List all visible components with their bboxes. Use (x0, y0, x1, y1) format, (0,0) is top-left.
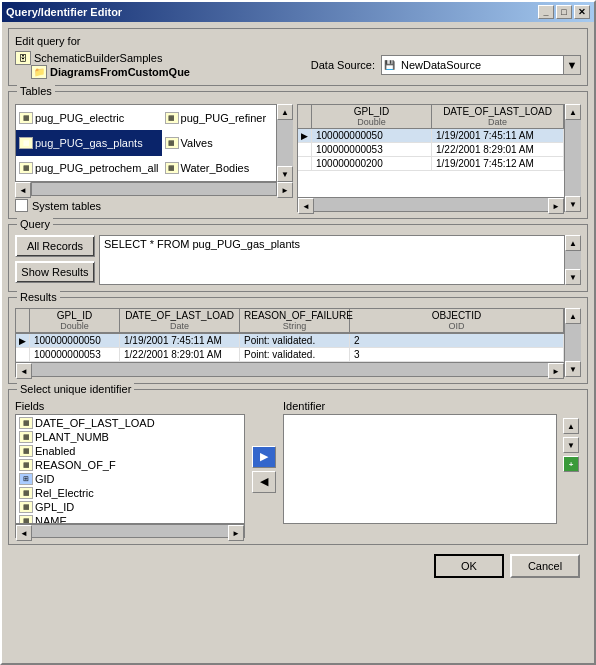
hscroll-left[interactable]: ◄ (16, 363, 32, 379)
scroll-up[interactable]: ▲ (565, 235, 581, 251)
folder-icon: 📁 (31, 65, 47, 79)
cell-reason-1: Point: validated. (240, 348, 350, 361)
table-item-gas[interactable]: ▦ pug_PUG_gas_plants (16, 130, 162, 155)
table-item-water[interactable]: ▦ Water_Bodies (162, 156, 276, 181)
hscroll-right[interactable]: ► (548, 363, 564, 379)
tables-grid-area: GPL_ID Double DATE_OF_LAST_LOAD Date ▶ 1… (297, 104, 581, 212)
field-gid[interactable]: ⊞ GID (17, 472, 243, 486)
cell-date-1: 1/22/2001 8:29:01 AM (432, 143, 564, 156)
scroll-down[interactable]: ▼ (565, 196, 581, 212)
identifier-up-button[interactable]: ▲ (563, 418, 579, 434)
field-plant-numb[interactable]: ▦ PLANT_NUMB (17, 430, 243, 444)
cell-gpl-2: 100000000200 (312, 157, 432, 170)
results-col-gpl-label: GPL_ID (34, 310, 115, 321)
scroll-up[interactable]: ▲ (277, 104, 293, 120)
field-date-of-last-load[interactable]: ▦ DATE_OF_LAST_LOAD (17, 416, 243, 430)
query-vscroll[interactable]: ▲ ▼ (565, 235, 581, 285)
hscroll-track (32, 363, 548, 376)
tree-parent: 🗄 SchematicBuilderSamples (15, 51, 190, 65)
datasource-combo[interactable]: 💾 NewDataSource ▼ (381, 55, 581, 75)
field-name: REASON_OF_F (35, 459, 116, 471)
grid-row-2[interactable]: 100000000200 1/19/2001 7:45:12 AM (298, 157, 564, 171)
hscroll-left[interactable]: ◄ (15, 182, 31, 198)
field-icon: ⊞ (19, 473, 33, 485)
scroll-track (565, 120, 581, 196)
scroll-up[interactable]: ▲ (565, 104, 581, 120)
results-col-objectid-sub: OID (354, 321, 559, 331)
cell-oid-0: 2 (350, 334, 564, 347)
results-hscroll[interactable]: ◄ ► (16, 362, 564, 376)
results-row-1[interactable]: 100000000053 1/22/2001 8:29:01 AM Point:… (16, 348, 564, 362)
results-grid: GPL_ID Double DATE_OF_LAST_LOAD Date REA… (15, 308, 565, 377)
cell-gpl-1: 100000000053 (312, 143, 432, 156)
fields-list: ▦ DATE_OF_LAST_LOAD ▦ PLANT_NUMB ▦ Enabl… (15, 414, 245, 524)
all-records-button[interactable]: All Records (15, 235, 95, 257)
field-icon: ▦ (19, 431, 33, 443)
hscroll-right[interactable]: ► (228, 525, 244, 541)
grid-indicator-header (298, 105, 312, 128)
datasource-dropdown-btn[interactable]: ▼ (563, 56, 580, 74)
scroll-down[interactable]: ▼ (277, 166, 293, 182)
scroll-track (565, 324, 581, 361)
close-button[interactable]: ✕ (574, 5, 590, 19)
results-col-reason-sub: String (244, 321, 345, 331)
scroll-track (565, 251, 581, 269)
grid-hscroll[interactable]: ◄ ► (298, 197, 564, 211)
cancel-button[interactable]: Cancel (510, 554, 580, 578)
hscroll-left[interactable]: ◄ (16, 525, 32, 541)
field-reason[interactable]: ▦ REASON_OF_F (17, 458, 243, 472)
results-col-gpl: GPL_ID Double (30, 309, 120, 332)
scroll-up[interactable]: ▲ (565, 308, 581, 324)
cell-date-1: 1/22/2001 8:29:01 AM (120, 348, 240, 361)
hscroll-right[interactable]: ► (277, 182, 293, 198)
move-right-button[interactable]: ▶ (252, 446, 276, 468)
minimize-button[interactable]: _ (538, 5, 554, 19)
cell-date-2: 1/19/2001 7:45:12 AM (432, 157, 564, 170)
field-name-item[interactable]: ▦ NAME (17, 514, 243, 524)
table-name: pug_PUG_electric (35, 112, 124, 124)
table-item-refinery[interactable]: ▦ pug_PUG_refiner (162, 105, 276, 130)
tables-vscroll[interactable]: ▲ ▼ (277, 104, 293, 182)
identifier-add-button[interactable]: + (563, 456, 579, 472)
ok-button[interactable]: OK (434, 554, 504, 578)
system-tables-label: System tables (32, 200, 101, 212)
grid-row-0[interactable]: ▶ 100000000050 1/19/2001 7:45:11 AM (298, 129, 564, 143)
scroll-down[interactable]: ▼ (565, 361, 581, 377)
results-col-reason: REASON_OF_FAILURE String (240, 309, 350, 332)
field-icon: ▦ (19, 501, 33, 513)
tree-child[interactable]: 📁 DiagramsFromCustomQue (31, 65, 190, 79)
query-text-area[interactable]: SELECT * FROM pug_PUG_gas_plants (99, 235, 565, 285)
tables-hscroll[interactable]: ◄ ► (15, 182, 293, 196)
cell-gpl-1: 100000000053 (30, 348, 120, 361)
scroll-down[interactable]: ▼ (565, 269, 581, 285)
field-rel-electric[interactable]: ▦ Rel_Electric (17, 486, 243, 500)
table-name: pug_PUG_gas_plants (35, 137, 143, 149)
field-icon: ▦ (19, 445, 33, 457)
table-item-valves[interactable]: ▦ Valves (162, 130, 276, 155)
fields-list-wrapper: ▦ DATE_OF_LAST_LOAD ▦ PLANT_NUMB ▦ Enabl… (15, 414, 245, 538)
system-tables-checkbox[interactable] (15, 199, 28, 212)
datasource-label: Data Source: (311, 59, 375, 71)
results-vscroll[interactable]: ▲ ▼ (565, 308, 581, 377)
hscroll-right[interactable]: ► (548, 198, 564, 214)
grid-vscroll[interactable]: ▲ ▼ (565, 104, 581, 212)
scroll-track (277, 120, 293, 166)
table-item-electric[interactable]: ▦ pug_PUG_electric (16, 105, 162, 130)
maximize-button[interactable]: □ (556, 5, 572, 19)
move-left-button[interactable]: ◀ (252, 471, 276, 493)
table-icon: ▦ (165, 162, 179, 174)
field-name: GPL_ID (35, 501, 74, 513)
field-gpl-id[interactable]: ▦ GPL_ID (17, 500, 243, 514)
fields-hscroll[interactable]: ◄ ► (15, 524, 245, 538)
show-results-button[interactable]: Show Results (15, 261, 95, 283)
field-enabled[interactable]: ▦ Enabled (17, 444, 243, 458)
results-row-0[interactable]: ▶ 100000000050 1/19/2001 7:45:11 AM Poin… (16, 334, 564, 348)
cell-reason-0: Point: validated. (240, 334, 350, 347)
results-section: Results GPL_ID Double DATE_OF_LAST_LOAD … (8, 297, 588, 384)
identifier-down-button[interactable]: ▼ (563, 437, 579, 453)
edit-query-content: 🗄 SchematicBuilderSamples 📁 DiagramsFrom… (15, 51, 581, 79)
field-name: Enabled (35, 445, 75, 457)
grid-row-1[interactable]: 100000000053 1/22/2001 8:29:01 AM (298, 143, 564, 157)
hscroll-left[interactable]: ◄ (298, 198, 314, 214)
table-item-petrochem[interactable]: ▦ pug_PUG_petrochem_all (16, 156, 162, 181)
